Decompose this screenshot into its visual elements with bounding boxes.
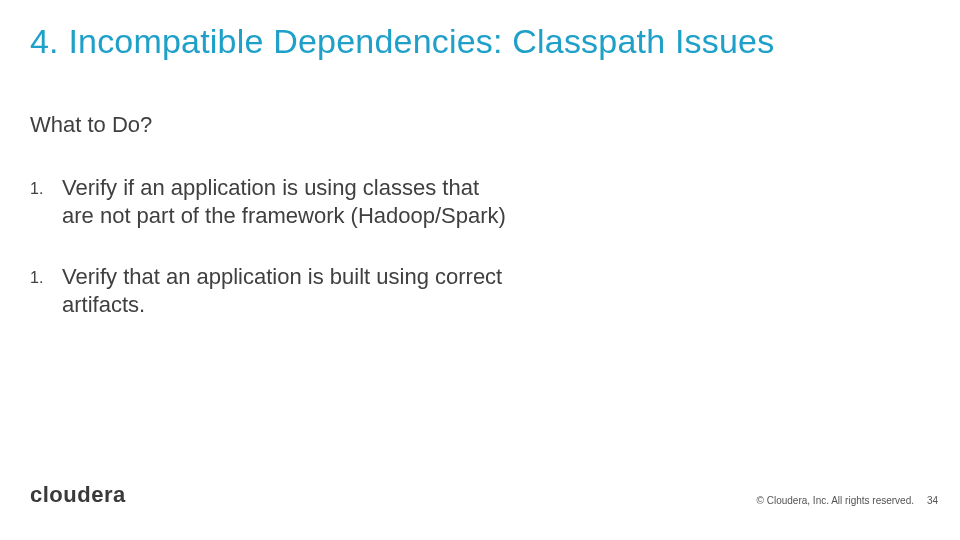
list-item-number: 1. — [30, 174, 62, 229]
page-number: 34 — [927, 495, 938, 506]
list-item-number: 1. — [30, 263, 62, 318]
list-item: 1. Verify if an application is using cla… — [30, 174, 510, 229]
slide: 4. Incompatible Dependencies: Classpath … — [0, 0, 960, 540]
slide-subhead: What to Do? — [30, 112, 152, 138]
list-item: 1. Verify that an application is built u… — [30, 263, 510, 318]
numbered-list: 1. Verify if an application is using cla… — [30, 174, 510, 352]
copyright-text: © Cloudera, Inc. All rights reserved. — [757, 495, 914, 506]
brand-logo: cloudera — [30, 482, 126, 508]
list-item-text: Verify if an application is using classe… — [62, 174, 510, 229]
list-item-text: Verify that an application is built usin… — [62, 263, 510, 318]
slide-title: 4. Incompatible Dependencies: Classpath … — [30, 22, 930, 61]
